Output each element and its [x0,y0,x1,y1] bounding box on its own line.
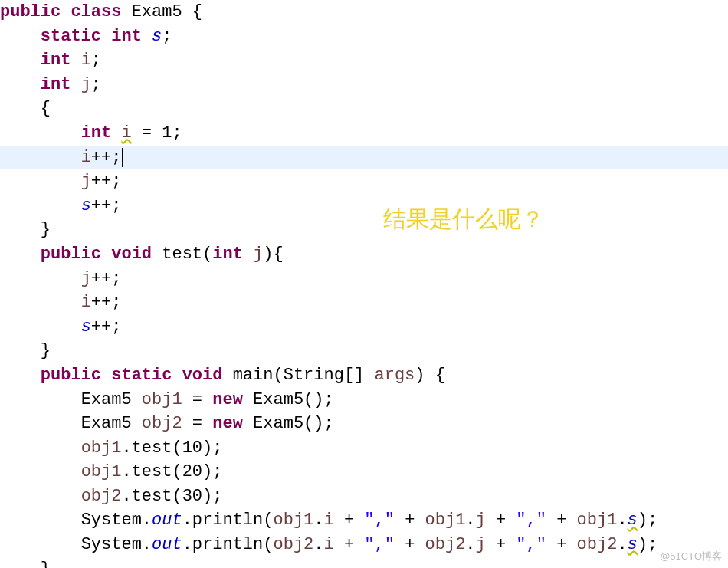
semicolon: ; [648,511,657,530]
paren: ( [202,245,212,264]
field-j: j [476,511,486,530]
line-21: obj2.test(30); [0,487,222,506]
semicolon: ; [91,51,101,70]
param-args: args [375,366,415,385]
obj2: obj2 [273,535,313,554]
semicolon: ; [91,75,101,94]
var-s: s [81,196,91,215]
type: Exam5 [81,390,132,409]
watermark-text: @51CTO博客 [660,550,722,563]
kw-new: new [212,390,243,409]
method-test: test [162,245,202,264]
ctor: Exam5() [253,390,323,409]
obj1: obj1 [425,511,466,530]
println: println [192,511,263,530]
kw-int: int [81,123,112,143]
kw-public: public [41,245,101,264]
semicolon: ; [212,438,222,458]
arg: 30 [182,487,202,506]
field-i: i [324,511,334,530]
semicolon: ; [212,462,222,481]
text-cursor [122,148,123,167]
call-test: test [132,438,172,458]
paren: ) [638,535,648,554]
obj2: obj2 [425,535,466,554]
field-j: j [476,535,486,554]
line-16: public static void main(String[] args) { [0,366,445,385]
line-22: System.out.println(obj1.i + "," + obj1.j… [0,511,657,530]
semicolon: ; [212,487,222,506]
var-i: i [81,51,91,70]
plus: + [496,511,506,530]
line-17: Exam5 obj1 = new Exam5(); [0,390,334,409]
op-inc: ++ [91,196,111,215]
code-editor: public class Exam5 { static int s; int i… [0,0,728,568]
semicolon: ; [111,293,121,312]
arg: 20 [182,462,202,481]
paren: ) [202,487,212,506]
paren: ) [202,462,212,481]
lit-1: 1 [162,123,172,143]
dot: . [465,511,475,530]
call-test: test [132,487,172,506]
line-20: obj1.test(20); [0,462,222,481]
dot: . [121,462,131,481]
var-i-local: i [121,123,131,143]
paren: ) [638,511,648,530]
op-inc: ++ [91,317,111,337]
kw-static: static [111,366,172,385]
type: Exam5 [81,414,132,433]
dot: . [182,535,192,554]
var-obj1: obj1 [81,462,122,481]
dot: . [313,535,323,554]
semicolon: ; [162,27,172,46]
line-18: Exam5 obj2 = new Exam5(); [0,414,334,433]
kw-class: class [71,2,121,21]
semicolon: ; [172,123,182,143]
field-i: i [324,535,334,554]
line-23: System.out.println(obj2.i + "," + obj2.j… [0,535,657,554]
op-inc: ++ [91,148,111,167]
var-i: i [81,293,91,312]
str: "," [516,535,546,554]
line-8: j++; [0,172,121,191]
line-2: static int s; [0,27,172,46]
ctor: Exam5() [253,414,323,433]
semicolon: ; [324,390,334,409]
kw-int: int [41,51,71,70]
line-3: int i; [0,51,101,70]
dot: . [182,511,192,530]
class-name: Exam5 [132,2,182,21]
brace: } [41,220,51,239]
plus: + [405,535,415,554]
kw-int: int [111,27,142,46]
var-i: i [81,148,91,167]
op-eq: = [142,123,152,143]
plus: + [496,535,506,554]
brace: { [192,2,202,21]
obj1: obj1 [273,511,313,530]
field-s: s [628,535,638,554]
line-19: obj1.test(10); [0,438,222,458]
semicolon: ; [648,535,657,554]
dot: . [142,535,152,554]
line-11: public void test(int j){ [0,245,284,264]
out: out [152,535,182,554]
op-inc: ++ [91,293,111,312]
line-14: s++; [0,317,121,337]
paren: ( [172,462,182,481]
dot: . [121,487,131,506]
line-15: } [0,341,51,360]
plus: + [344,535,354,554]
var-obj1: obj1 [81,438,122,458]
type-string: String[] [284,366,365,385]
plus: + [405,511,415,530]
obj1: obj1 [577,511,618,530]
kw-void: void [182,366,223,385]
line-24: } [0,560,51,568]
paren: ) [202,438,212,458]
out: out [152,511,182,530]
semicolon: ; [324,414,334,433]
var-obj2: obj2 [142,414,182,433]
var-obj1: obj1 [142,390,182,409]
